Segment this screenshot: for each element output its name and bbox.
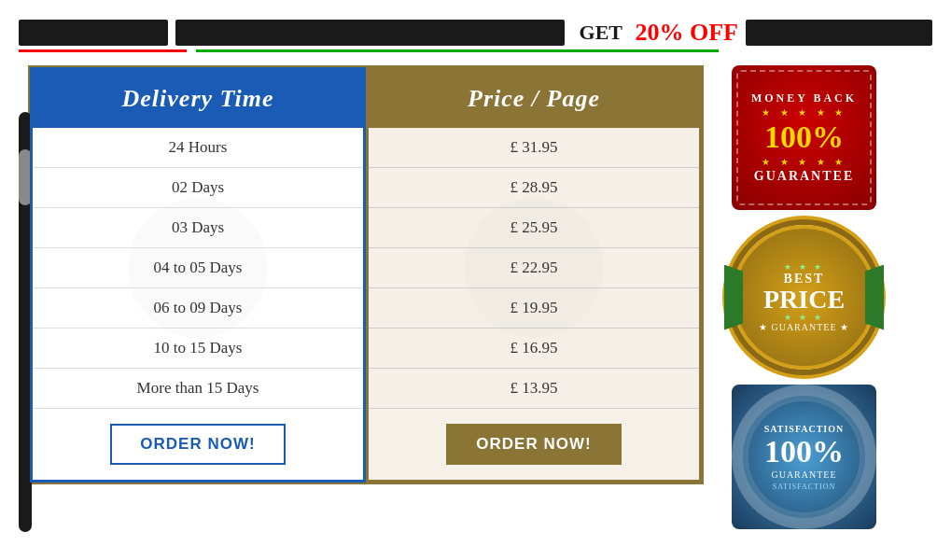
banner-dark-left [19,20,168,46]
price-row: £ 22.95 [369,248,699,288]
money-back-top-text: MONEY BACK [751,91,857,105]
best-price-badge: ★ ★ ★ BEST PRICE ★ ★ ★ ★ GUARANTEE ★ [732,225,876,370]
price-text: PRICE [763,287,845,313]
green-underline [196,49,719,52]
ribbon-left [724,265,743,330]
delivery-row: 02 Days [33,168,363,208]
badges-area: MONEY BACK ★ ★ ★ ★ ★ 100% ★ ★ ★ ★ ★ GUAR… [732,65,876,529]
delivery-row: 10 to 15 Days [33,329,363,369]
banner-dark-middle [175,20,565,46]
money-back-bottom-text: GUARANTEE [754,169,854,184]
price-row: £ 13.95 [369,369,699,408]
delivery-row: 06 to 09 Days [33,288,363,329]
price-footer: ORDER NOW! [369,408,699,480]
money-back-stars2: ★ ★ ★ ★ ★ [762,157,846,167]
price-row: £ 31.95 [369,128,699,168]
price-row: £ 28.95 [369,168,699,208]
delivery-row: 04 to 05 Days [33,248,363,288]
price-row: £ 25.95 [369,208,699,248]
best-price-stars-bottom: ★ ★ ★ [784,313,825,322]
satisfaction-badge: SATISFACTION 100% GUARANTEE SATISFACTION [732,385,876,529]
price-rows-container: WRITING SERVICE £ 31.95 £ 28.95 £ 25.95 … [369,128,699,408]
delivery-row: 24 Hours [33,128,363,168]
banner-get-off: GET 20% OFF [580,19,738,47]
price-row: £ 16.95 [369,329,699,369]
main-content: Delivery Time WRITING SERVICE 24 Hours 0… [0,65,951,529]
pricing-tables: Delivery Time WRITING SERVICE 24 Hours 0… [28,65,704,484]
delivery-time-header: Delivery Time [33,70,363,128]
red-underline [19,49,187,52]
money-back-percent: 100% [764,119,844,155]
delivery-footer: ORDER NOW! [33,408,363,480]
ribbon-right [865,265,884,330]
delivery-rows-container: WRITING SERVICE 24 Hours 02 Days 03 Days… [33,128,363,408]
price-per-page-table: Price / Page WRITING SERVICE £ 31.95 £ 2… [366,67,702,483]
price-row: £ 19.95 [369,288,699,329]
best-price-guarantee-text: ★ GUARANTEE ★ [759,322,849,332]
price-per-page-header: Price / Page [369,70,699,128]
get-text: GET [580,21,622,45]
money-back-stars: ★ ★ ★ ★ ★ [762,107,846,118]
money-back-badge: MONEY BACK ★ ★ ★ ★ ★ 100% ★ ★ ★ ★ ★ GUAR… [732,65,876,210]
top-banner: GET 20% OFF [0,0,951,65]
delivery-order-button[interactable]: ORDER NOW! [110,424,285,465]
delivery-row: 03 Days [33,208,363,248]
best-price-stars-top: ★ ★ ★ [784,262,825,272]
delivery-time-table: Delivery Time WRITING SERVICE 24 Hours 0… [30,67,366,483]
banner-dark-right [746,20,932,46]
delivery-row: More than 15 Days [33,369,363,408]
percent-off-text: 20% OFF [636,19,739,47]
price-order-button[interactable]: ORDER NOW! [446,424,621,465]
